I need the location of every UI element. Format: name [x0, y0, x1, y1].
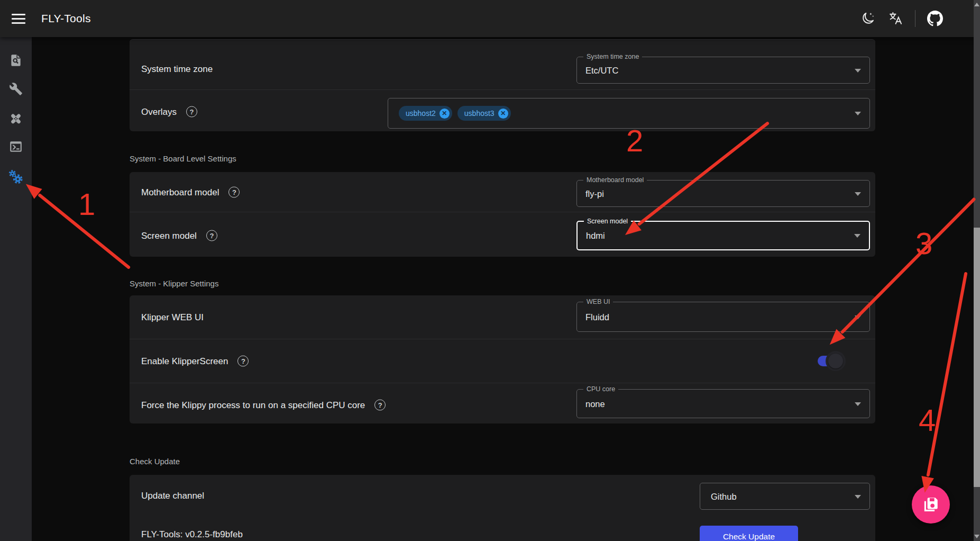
enable-klipperscreen-label: Enable KlipperScreen ? — [141, 356, 249, 367]
update-channel-select[interactable]: Github — [700, 483, 870, 510]
annotation-step-number: 4 — [919, 402, 936, 438]
field-label: System time zone — [583, 52, 642, 61]
motherboard-model-select[interactable]: Motherboard model fly-pi — [576, 180, 870, 207]
toggle-thumb — [828, 354, 843, 368]
annotation-arrow-4 — [925, 271, 966, 491]
annotation-step-number: 1 — [78, 186, 95, 222]
system-time-zone-select[interactable]: System time zone Etc/UTC — [576, 57, 870, 84]
chevron-down-icon — [855, 69, 861, 73]
cpu-core-label: Force the Klippy process to run on a spe… — [141, 400, 386, 411]
translate-icon[interactable] — [887, 11, 903, 26]
klipperscreen-toggle[interactable] — [817, 350, 847, 372]
help-icon[interactable]: ? — [186, 106, 197, 118]
system-time-zone-label: System time zone — [141, 64, 213, 75]
motherboard-model-label: Motherboard model ? — [141, 187, 240, 198]
overlay-chip[interactable]: usbhost3 ✕ — [457, 106, 511, 121]
annotation-step-number: 2 — [626, 123, 643, 158]
selected-value: fly-pi — [585, 188, 604, 199]
overlay-chip[interactable]: usbhost2 ✕ — [399, 106, 452, 121]
appbar-divider — [915, 10, 915, 27]
chevron-down-icon — [854, 234, 860, 238]
card-klipper-settings: Klipper WEB UI WEB UI Fluidd Enable Klip… — [130, 295, 875, 423]
annotation-step-number: 3 — [915, 226, 932, 261]
klipper-web-ui-label: Klipper WEB UI — [141, 312, 204, 323]
screen-model-select[interactable]: Screen model hdmi — [576, 221, 870, 250]
scrollbar-thumb[interactable] — [974, 228, 980, 487]
section-update-header: Check Update — [130, 457, 180, 466]
bandage-icon[interactable] — [8, 111, 23, 128]
github-icon[interactable] — [927, 11, 943, 26]
scroll-up-icon[interactable] — [974, 3, 979, 6]
overlays-label: Overlays ? — [141, 106, 197, 118]
close-icon[interactable]: ✕ — [498, 109, 508, 119]
overlay-chips: usbhost2 ✕ usbhost3 ✕ — [399, 106, 511, 121]
app-bar: FLY-Tools — [0, 0, 980, 37]
row-divider — [130, 212, 875, 212]
terminal-icon[interactable] — [9, 140, 23, 156]
dark-mode-moon-icon[interactable] — [860, 11, 876, 26]
row-divider — [130, 89, 875, 90]
chevron-down-icon — [855, 402, 861, 406]
scrollbar — [974, 0, 980, 541]
help-icon[interactable]: ? — [228, 187, 240, 198]
selected-value: Github — [711, 491, 737, 501]
row-divider — [130, 339, 875, 339]
check-update-button[interactable]: Check Update — [700, 526, 798, 541]
card-general-settings: System time zone System time zone Etc/UT… — [130, 39, 875, 131]
web-ui-select[interactable]: WEB UI Fluidd — [576, 302, 870, 332]
fly-tools-app: FLY-Tools — [0, 0, 980, 541]
card-board-settings: Motherboard model ? Motherboard model fl… — [130, 172, 875, 257]
update-channel-label: Update channel — [141, 491, 204, 501]
menu-icon[interactable] — [12, 14, 25, 24]
section-board-header: System - Board Level Settings — [130, 154, 236, 163]
chevron-down-icon — [855, 315, 861, 319]
selected-value: Etc/UTC — [585, 65, 618, 75]
card-check-update: Update channel Github FLY-Tools: v0.2.5-… — [130, 475, 875, 541]
chevron-down-icon — [855, 495, 861, 499]
app-title: FLY-Tools — [41, 0, 91, 37]
field-label: CPU core — [583, 385, 618, 394]
field-label: Motherboard model — [583, 176, 647, 185]
row-divider — [130, 383, 875, 383]
chevron-down-icon — [855, 192, 861, 196]
screen-model-label: Screen model ? — [141, 230, 217, 241]
save-fab[interactable] — [912, 485, 950, 524]
version-text: FLY-Tools: v0.2.5-fb9bfeb — [141, 529, 243, 540]
selected-value: Fluidd — [585, 312, 609, 322]
scroll-down-icon[interactable] — [974, 535, 979, 538]
chevron-down-icon — [855, 112, 861, 115]
file-search-icon[interactable] — [9, 53, 23, 69]
save-all-icon — [922, 495, 940, 513]
selected-value: hdmi — [586, 231, 605, 241]
selected-value: none — [585, 399, 605, 409]
cpu-core-select[interactable]: CPU core none — [576, 389, 870, 418]
help-icon[interactable]: ? — [206, 230, 217, 241]
section-klipper-header: System - Klipper Settings — [130, 279, 218, 288]
wrench-icon[interactable] — [9, 82, 23, 98]
help-icon[interactable]: ? — [374, 400, 386, 411]
close-icon[interactable]: ✕ — [439, 109, 450, 119]
field-label: Screen model — [584, 217, 631, 226]
sidebar — [0, 37, 32, 541]
gears-icon[interactable] — [7, 168, 24, 187]
field-label: WEB UI — [583, 297, 613, 306]
help-icon[interactable]: ? — [237, 356, 249, 367]
